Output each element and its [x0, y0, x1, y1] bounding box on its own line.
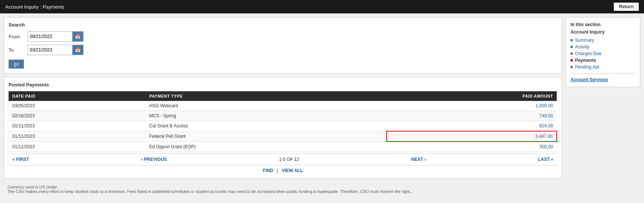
search-section: Search From 📅 To 📅 go	[4, 17, 562, 73]
go-button[interactable]: go	[9, 60, 24, 69]
last-link[interactable]: LAST »	[538, 157, 553, 162]
footer-currency: Currency used is US Dollar.	[7, 185, 558, 189]
to-date-input[interactable]	[28, 46, 72, 54]
footer-disclaimer: The CSU makes every effort to keep stude…	[7, 189, 558, 194]
cell-amount: 300.00	[387, 142, 557, 152]
cell-type: Federal Pell Grant	[145, 131, 387, 142]
search-title: Search	[9, 22, 557, 28]
sidebar-link-label: Payments	[575, 58, 596, 63]
bullet-icon	[571, 46, 573, 48]
sidebar-item-charges-due[interactable]: Charges Due	[571, 50, 635, 57]
sidebar-link-label: Summary	[575, 38, 594, 43]
to-date-wrapper: 📅	[27, 45, 84, 55]
cell-type: MCS - Spring	[145, 111, 387, 121]
find-separator: |	[277, 168, 278, 173]
sidebar: In this section Account Inquiry SummaryA…	[566, 17, 640, 87]
sidebar-item-payments[interactable]: Payments	[571, 57, 635, 64]
bullet-icon	[571, 66, 573, 68]
sidebar-section-title: In this section	[571, 22, 635, 27]
find-link[interactable]: FIND	[263, 168, 273, 173]
next-link[interactable]: NEXT ›	[411, 157, 426, 162]
sidebar-link-label: Activity	[575, 44, 589, 50]
first-link[interactable]: « FIRST	[12, 157, 29, 162]
view-all-link[interactable]: VIEW ALL	[282, 168, 303, 173]
payments-title: Posted Payments	[9, 82, 557, 88]
table-row: 01/11/2023 Ed Opport Grant (EOP) 300.00	[9, 142, 557, 152]
find-row: FIND | VIEW ALL	[9, 165, 557, 174]
from-row: From 📅	[9, 31, 557, 42]
sidebar-item-activity[interactable]: Activity	[571, 44, 635, 50]
col-payment-type: PAYMENT TYPE	[145, 91, 387, 101]
page-body: Search From 📅 To 📅 go Posted Payments	[0, 13, 644, 203]
sidebar-link-label: Pending Aid	[575, 64, 599, 70]
payments-section: Posted Payments DATE PAID PAYMENT TYPE P…	[4, 77, 562, 179]
cell-type: HSG Webcard	[145, 101, 387, 111]
bullet-icon	[571, 39, 573, 41]
cell-amount: 824.00	[387, 121, 557, 131]
return-button[interactable]: Return	[614, 3, 639, 11]
to-row: To 📅	[9, 45, 557, 55]
main-content: Search From 📅 To 📅 go Posted Payments	[4, 17, 562, 199]
header: Account Inquiry : Payments Return	[0, 0, 644, 13]
pagination: « FIRST ‹ PREVIOUS 1-5 OF 12 NEXT › LAST…	[9, 153, 557, 165]
col-date-paid: DATE PAID	[9, 91, 145, 101]
table-row: 02/16/2023 MCS - Spring 748.00	[9, 111, 557, 121]
col-paid-amount: PAID AMOUNT	[387, 91, 557, 101]
from-calendar-button[interactable]: 📅	[72, 32, 83, 41]
cell-amount: 1,000.00	[387, 101, 557, 111]
from-date-wrapper: 📅	[27, 31, 84, 42]
previous-link[interactable]: ‹ PREVIOUS	[141, 157, 167, 162]
cell-amount: 3,447.00	[387, 131, 557, 142]
to-label: To	[9, 47, 23, 53]
sidebar-group-title: Account Inquiry	[571, 29, 635, 35]
from-label: From	[9, 34, 23, 39]
to-calendar-button[interactable]: 📅	[72, 45, 83, 55]
from-date-input[interactable]	[28, 32, 72, 41]
sidebar-link-label: Charges Due	[575, 51, 601, 56]
account-services-link[interactable]: Account Services	[571, 77, 608, 82]
table-row: 01/11/2023 Cal Grant B Access 824.00	[9, 121, 557, 131]
cell-date: 03/05/2023	[9, 101, 145, 111]
table-header-row: DATE PAID PAYMENT TYPE PAID AMOUNT	[9, 91, 557, 101]
page-info: 1-5 OF 12	[279, 157, 299, 162]
sidebar-divider	[571, 73, 635, 74]
cell-amount: 748.00	[387, 111, 557, 121]
table-row: 01/11/2023 Federal Pell Grant 3,447.00	[9, 131, 557, 142]
cell-type: Ed Opport Grant (EOP)	[145, 142, 387, 152]
cell-date: 01/11/2023	[9, 121, 145, 131]
sidebar-item-pending-aid[interactable]: Pending Aid	[571, 64, 635, 70]
bullet-icon	[571, 53, 573, 55]
cell-type: Cal Grant B Access	[145, 121, 387, 131]
header-title: Account Inquiry : Payments	[5, 4, 64, 10]
payments-table: DATE PAID PAYMENT TYPE PAID AMOUNT 03/05…	[9, 91, 557, 152]
cell-date: 01/11/2023	[9, 142, 145, 152]
table-row: 03/05/2023 HSG Webcard 1,000.00	[9, 101, 557, 111]
cell-date: 02/16/2023	[9, 111, 145, 121]
footer-note: Currency used is US Dollar. The CSU make…	[4, 183, 562, 196]
cell-date: 01/11/2023	[9, 131, 145, 142]
sidebar-item-summary[interactable]: Summary	[571, 37, 635, 44]
bullet-icon	[571, 59, 573, 61]
